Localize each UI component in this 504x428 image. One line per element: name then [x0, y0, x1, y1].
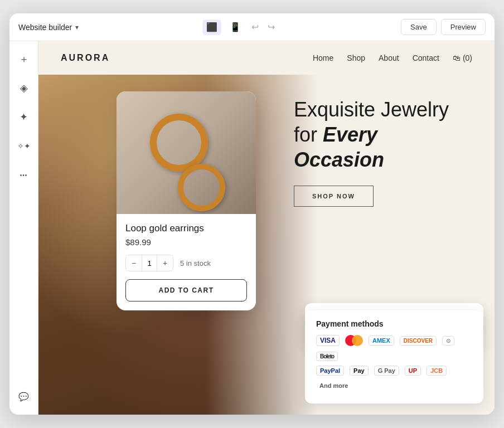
nav-about[interactable]: About — [379, 54, 399, 62]
redo-icon: ↪ — [268, 22, 275, 32]
nav-contact[interactable]: Contact — [413, 54, 439, 62]
builder-label-group[interactable]: Website builder ▾ — [18, 23, 79, 32]
desktop-icon: ⬛ — [206, 22, 217, 32]
ai-icon: ✦ — [20, 111, 28, 123]
payment-title: Payment methods — [316, 319, 472, 328]
builder-label: Website builder — [18, 23, 72, 32]
unionpay-logo: UP — [405, 366, 421, 376]
payment-logos-row1: VISA AMEX DISCOVER ⊙ Boleto — [316, 335, 472, 361]
redo-button[interactable]: ↪ — [265, 20, 277, 35]
quantity-controls: − 1 + — [125, 255, 173, 271]
undo-button[interactable]: ↩ — [249, 20, 261, 35]
sidebar-sparkle-button[interactable]: ✧✦ — [15, 137, 33, 155]
more-icon: ••• — [20, 172, 28, 178]
top-bar: Website builder ▾ ⬛ 📱 ↩ ↪ Save Preview — [9, 13, 495, 41]
nav-home[interactable]: Home — [313, 54, 333, 62]
quantity-increase-button[interactable]: + — [157, 255, 173, 271]
discover-logo: DISCOVER — [400, 336, 437, 346]
quantity-value: 1 — [142, 255, 157, 271]
cart-icon: 🛍 — [453, 54, 461, 62]
hero-text: Exquisite Jewelry for Every Occasion SHO… — [294, 97, 472, 207]
shop-now-button[interactable]: SHOP NOW — [294, 186, 374, 207]
payment-logos-row2: PayPal Pay G Pay UP JCB And more — [316, 366, 472, 390]
sidebar-ai-button[interactable]: ✦ — [15, 108, 33, 126]
cart-button[interactable]: 🛍 (0) — [453, 54, 472, 62]
website-preview: AURORA Home Shop About Contact 🛍 (0) — [38, 41, 495, 415]
sidebar-more-button[interactable]: ••• — [15, 166, 33, 184]
add-to-cart-button[interactable]: ADD TO CART — [125, 279, 247, 301]
hero-heading-line1: Exquisite Jewelry — [294, 98, 449, 121]
sidebar: ＋ ◈ ✦ ✧✦ ••• 💬 — [9, 41, 38, 415]
amex-logo: AMEX — [369, 335, 394, 346]
quantity-row: − 1 + 5 in stock — [125, 255, 247, 271]
cart-count: (0) — [463, 54, 472, 62]
nav-links: Home Shop About Contact 🛍 (0) — [313, 54, 472, 62]
mobile-view-button[interactable]: 📱 — [226, 20, 245, 35]
product-name: Loop gold earrings — [125, 223, 247, 234]
applepay-logo: Pay — [350, 366, 369, 376]
preview-button[interactable]: Preview — [441, 19, 486, 35]
payment-methods-card: Payment methods VISA AMEX DISCOVER ⊙ Bol… — [305, 310, 483, 403]
add-icon: ＋ — [19, 52, 29, 66]
product-info: Loop gold earrings $89.99 − 1 + 5 in sto… — [117, 214, 256, 310]
sidebar-chat-button[interactable]: 💬 — [15, 388, 33, 406]
device-switcher: ⬛ 📱 ↩ ↪ — [83, 20, 396, 35]
product-card: Loop gold earrings $89.99 − 1 + 5 in sto… — [117, 91, 256, 310]
undo-icon: ↩ — [251, 22, 259, 32]
sidebar-bottom: 💬 — [15, 388, 33, 406]
googlepay-logo: G Pay — [374, 366, 399, 376]
boleto-logo: Boleto — [316, 352, 338, 361]
chat-icon: 💬 — [18, 392, 29, 402]
sidebar-layers-button[interactable]: ◈ — [15, 79, 33, 97]
jcb-logo: JCB — [427, 366, 447, 376]
desktop-view-button[interactable]: ⬛ — [202, 20, 221, 35]
mobile-icon: 📱 — [230, 22, 241, 32]
site-logo: AURORA — [61, 53, 110, 63]
paypal-logo: PayPal — [316, 366, 344, 376]
site-navigation: AURORA Home Shop About Contact 🛍 (0) — [38, 41, 495, 75]
and-more-label: And more — [316, 381, 351, 390]
sparkle-icon: ✧✦ — [17, 142, 31, 150]
stock-label: 5 in stock — [180, 259, 211, 268]
chevron-down-icon: ▾ — [75, 23, 79, 31]
sidebar-add-button[interactable]: ＋ — [15, 50, 33, 68]
nav-shop[interactable]: Shop — [347, 54, 365, 62]
hero-heading: Exquisite Jewelry for Every Occasion — [294, 97, 472, 172]
hero-section: Loop gold earrings $89.99 − 1 + 5 in sto… — [38, 75, 495, 415]
hero-heading-line2: for — [294, 123, 323, 146]
product-price: $89.99 — [125, 237, 247, 247]
mastercard-logo — [345, 335, 363, 346]
diners-logo: ⊙ — [442, 336, 454, 346]
quantity-decrease-button[interactable]: − — [126, 255, 142, 271]
product-image — [117, 91, 256, 214]
app-window: Website builder ▾ ⬛ 📱 ↩ ↪ Save Preview — [9, 13, 495, 415]
main-area: ＋ ◈ ✦ ✧✦ ••• 💬 A — [9, 41, 495, 415]
top-bar-actions: Save Preview — [401, 19, 486, 35]
save-button[interactable]: Save — [401, 19, 437, 35]
mc-circle-orange — [352, 335, 363, 346]
visa-logo: VISA — [316, 335, 340, 346]
layers-icon: ◈ — [20, 82, 28, 94]
